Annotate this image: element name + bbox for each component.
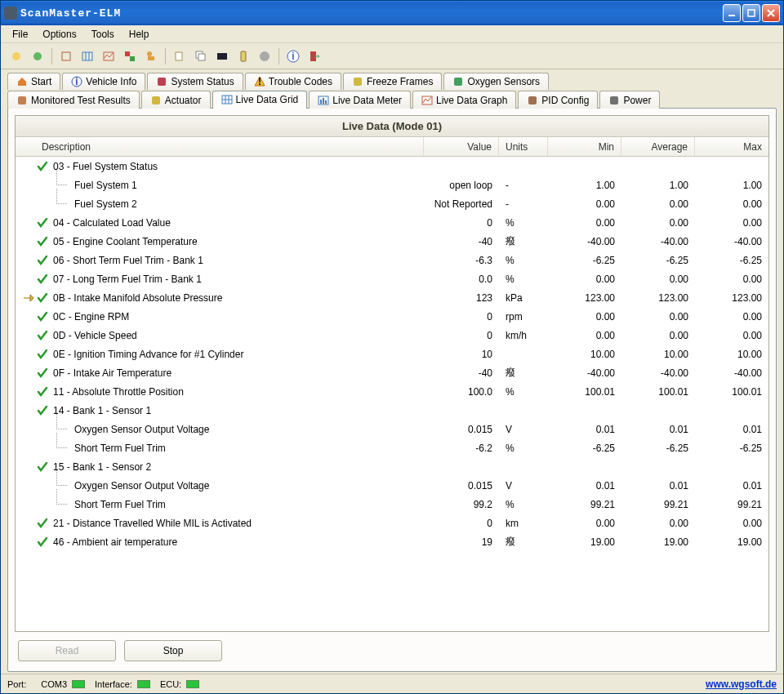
svg-rect-36 xyxy=(323,98,324,104)
table-row[interactable]: 21 - Distance Travelled While MIL is Act… xyxy=(16,514,768,532)
table-row[interactable]: 11 - Absolute Throttle Position100.0%100… xyxy=(16,382,768,401)
table-row[interactable]: 0F - Intake Air Temperature-40癈-40.00-40… xyxy=(16,363,768,382)
freeze-icon xyxy=(352,76,363,87)
row-description: Fuel System 1 xyxy=(50,180,424,191)
row-min: 10.00 xyxy=(548,349,621,360)
svg-text:i: i xyxy=(76,76,78,87)
menu-file[interactable]: File xyxy=(6,27,34,42)
table-row[interactable]: 46 - Ambient air temperature19癈19.0019.0… xyxy=(16,532,768,551)
table-row[interactable]: Oxygen Sensor Output Voltage0.015V0.010.… xyxy=(16,476,768,495)
grid-panel: Live Data (Mode 01) Description Value Un… xyxy=(15,115,769,632)
check-icon xyxy=(35,461,50,473)
menu-tools[interactable]: Tools xyxy=(85,27,121,42)
toolbar-btn-8[interactable] xyxy=(171,47,189,65)
table-row[interactable]: Fuel System 1open loop-1.001.001.00 xyxy=(16,176,768,194)
table-row[interactable]: 15 - Bank 1 - Sensor 2 xyxy=(16,457,768,476)
col-units[interactable]: Units xyxy=(499,137,548,156)
row-value: 0 xyxy=(424,311,499,323)
close-button[interactable] xyxy=(762,4,780,22)
row-units: % xyxy=(499,217,548,229)
table-row[interactable]: 04 - Calculated Load Value0%0.000.000.00 xyxy=(16,213,768,232)
toolbar-btn-10[interactable] xyxy=(213,47,231,65)
table-row[interactable]: 0E - Ignition Timing Advance for #1 Cyli… xyxy=(16,345,768,363)
col-description[interactable]: Description xyxy=(16,137,424,156)
table-row[interactable]: Short Term Fuel Trim99.2%99.2199.2199.21 xyxy=(16,495,768,514)
table-row[interactable]: 0D - Vehicle Speed0km/h0.000.000.00 xyxy=(16,326,768,345)
table-row[interactable]: Fuel System 2Not Reported-0.000.000.00 xyxy=(16,194,768,213)
graph-icon xyxy=(421,95,433,106)
status-ecu-led xyxy=(186,680,199,688)
status-link[interactable]: www.wgsoft.de xyxy=(706,678,777,690)
toolbar-btn-9[interactable] xyxy=(192,47,210,65)
tab-freeze-frames[interactable]: Freeze Frames xyxy=(343,73,442,90)
table-row[interactable]: 0C - Engine RPM0rpm0.000.000.00 xyxy=(16,307,768,326)
row-min: 0.00 xyxy=(548,198,621,210)
row-units: - xyxy=(499,198,548,210)
tab-vehicle-info[interactable]: iVehicle Info xyxy=(62,73,145,90)
toolbar-btn-exit[interactable] xyxy=(305,47,323,65)
toolbar-btn-5[interactable] xyxy=(100,47,118,65)
toolbar-btn-7[interactable] xyxy=(142,47,160,65)
tab-system-status[interactable]: System Status xyxy=(147,73,243,90)
row-max: 0.00 xyxy=(695,311,768,323)
row-avg: -40.00 xyxy=(621,367,695,379)
tab-trouble-codes[interactable]: !Trouble Codes xyxy=(245,73,341,90)
check-icon xyxy=(35,311,50,323)
table-row[interactable]: Oxygen Sensor Output Voltage0.015V0.010.… xyxy=(16,420,768,438)
table-row[interactable]: 03 - Fuel System Status xyxy=(16,157,768,176)
table-row[interactable]: 06 - Short Term Fuel Trim - Bank 1-6.3%-… xyxy=(16,251,768,269)
minimize-button[interactable] xyxy=(723,4,741,22)
table-row[interactable]: 05 - Engine Coolant Temperature-40癈-40.0… xyxy=(16,232,768,251)
table-row[interactable]: 0B - Intake Manifold Absolute Pressure12… xyxy=(16,288,768,307)
row-value: 100.0 xyxy=(424,386,499,398)
row-description: 0F - Intake Air Temperature xyxy=(50,367,424,379)
svg-rect-39 xyxy=(528,96,537,105)
toolbar-btn-info[interactable]: i xyxy=(284,47,302,65)
tabs-row-2: Monitored Test ResultsActuatorLive Data … xyxy=(7,91,777,109)
toolbar-btn-12[interactable] xyxy=(256,47,274,65)
table-row[interactable]: 14 - Bank 1 - Sensor 1 xyxy=(16,401,768,420)
row-units: V xyxy=(499,480,548,492)
tab-monitored-test-results[interactable]: Monitored Test Results xyxy=(7,91,140,109)
status-icon xyxy=(156,76,167,87)
toolbar-btn-6[interactable] xyxy=(121,47,139,65)
row-description: Short Term Fuel Trim xyxy=(50,499,424,510)
stop-button[interactable]: Stop xyxy=(124,640,222,661)
row-units: rpm xyxy=(499,311,548,323)
tab-live-data-grid[interactable]: Live Data Grid xyxy=(212,91,308,109)
col-average[interactable]: Average xyxy=(621,137,695,156)
row-arrow-icon xyxy=(22,294,35,302)
toolbar-btn-3[interactable] xyxy=(57,47,75,65)
tab-label: Oxygen Sensors xyxy=(467,76,540,87)
tab-pid-config[interactable]: PID Config xyxy=(518,91,598,109)
tab-actuator[interactable]: Actuator xyxy=(141,91,211,109)
menu-help[interactable]: Help xyxy=(122,27,156,42)
grid-body[interactable]: 03 - Fuel System StatusFuel System 1open… xyxy=(16,157,768,631)
row-avg: 0.00 xyxy=(621,330,695,341)
toolbar-btn-2[interactable] xyxy=(29,47,47,65)
row-min: -6.25 xyxy=(548,443,621,454)
svg-rect-0 xyxy=(728,15,735,16)
row-units: % xyxy=(499,255,548,266)
toolbar-btn-1[interactable] xyxy=(7,47,25,65)
toolbar-btn-4[interactable] xyxy=(78,47,96,65)
col-value[interactable]: Value xyxy=(424,137,499,156)
maximize-button[interactable] xyxy=(742,4,760,22)
table-row[interactable]: Short Term Fuel Trim-6.2%-6.25-6.25-6.25 xyxy=(16,438,768,457)
row-max: 0.00 xyxy=(695,217,768,229)
tab-power[interactable]: Power xyxy=(599,91,660,109)
check-icon xyxy=(35,405,50,416)
menu-options[interactable]: Options xyxy=(36,27,82,42)
tab-label: Trouble Codes xyxy=(269,76,332,87)
tab-live-data-meter[interactable]: Live Data Meter xyxy=(309,91,411,109)
tab-oxygen-sensors[interactable]: Oxygen Sensors xyxy=(443,73,549,90)
tab-start[interactable]: Start xyxy=(7,73,60,90)
col-min[interactable]: Min xyxy=(548,137,621,156)
svg-point-2 xyxy=(12,52,20,60)
table-row[interactable]: 07 - Long Term Fuel Trim - Bank 10.0%0.0… xyxy=(16,269,768,288)
tab-live-data-graph[interactable]: Live Data Graph xyxy=(412,91,516,109)
col-max[interactable]: Max xyxy=(695,137,768,156)
row-units: % xyxy=(499,386,548,398)
svg-rect-24 xyxy=(158,78,166,86)
toolbar-btn-11[interactable] xyxy=(234,47,252,65)
